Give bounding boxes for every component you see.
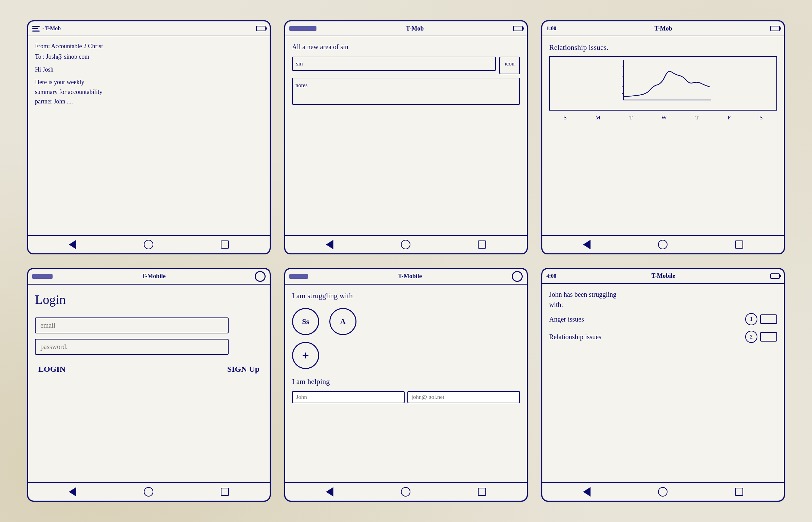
carrier-text: T-Mob bbox=[406, 25, 424, 32]
xaxis-w: W bbox=[661, 113, 667, 122]
login-title: Login bbox=[35, 290, 263, 309]
back-button[interactable] bbox=[583, 487, 591, 497]
back-button[interactable] bbox=[326, 487, 333, 497]
scribble-decoration bbox=[289, 26, 316, 31]
recents-button[interactable] bbox=[735, 240, 743, 249]
relationship-badge-rect bbox=[760, 332, 777, 342]
back-button[interactable] bbox=[69, 487, 76, 497]
chart-svg bbox=[550, 57, 776, 110]
relationship-issue-badge: 2 bbox=[745, 331, 777, 343]
recents-button[interactable] bbox=[221, 488, 229, 496]
relationship-badge-circle: 2 bbox=[745, 331, 757, 343]
email-phone-screen: · T-Mob From: Accountable 2 Christ To : … bbox=[27, 20, 271, 254]
john-header: 4:00 T-Mobile bbox=[542, 269, 784, 284]
struggling-header: T-Mobile bbox=[285, 269, 527, 285]
john-title: John has been struggling with: bbox=[549, 289, 777, 310]
status-text: 1:00 bbox=[546, 25, 556, 32]
struggling-phone-screen: T-Mobile I am struggling with Ss A + I a… bbox=[284, 268, 528, 502]
profile-icon bbox=[512, 271, 523, 282]
carrier-text: T-Mobile bbox=[142, 273, 166, 280]
email-input[interactable] bbox=[35, 317, 229, 333]
profile-icon bbox=[255, 271, 266, 282]
john-footer bbox=[542, 482, 784, 501]
new-area-phone-screen: T-Mob All a new area of sin sin icon not… bbox=[284, 20, 528, 254]
helping-inputs-row bbox=[292, 391, 520, 403]
add-option-button[interactable]: + bbox=[292, 342, 319, 369]
new-area-header: T-Mob bbox=[285, 21, 527, 36]
login-phone-screen: T-Mobile Login LOGIN SIGN Up bbox=[27, 268, 271, 502]
anger-issue-label: Anger issues bbox=[549, 314, 584, 324]
email-from: From: Accountable 2 Christ bbox=[35, 42, 263, 51]
option-a[interactable]: A bbox=[329, 308, 356, 335]
home-button[interactable] bbox=[144, 487, 153, 497]
home-button[interactable] bbox=[658, 240, 668, 249]
home-button[interactable] bbox=[144, 240, 153, 249]
xaxis-f: F bbox=[728, 113, 731, 122]
chart-xaxis: S M T W T F S bbox=[549, 113, 777, 122]
carrier-text: T-Mobile bbox=[651, 272, 675, 279]
battery-icon bbox=[256, 26, 266, 31]
recents-button[interactable] bbox=[221, 240, 229, 249]
email-content: From: Accountable 2 Christ To : Josh@ si… bbox=[28, 36, 270, 235]
login-buttons-row: LOGIN SIGN Up bbox=[35, 363, 263, 375]
sin-input[interactable]: sin bbox=[292, 57, 496, 71]
xaxis-t2: T bbox=[695, 113, 699, 122]
carrier-text: T-Mobile bbox=[398, 273, 422, 280]
anger-badge-rect bbox=[760, 314, 777, 324]
xaxis-m: M bbox=[595, 113, 600, 122]
battery-icon bbox=[770, 26, 780, 31]
xaxis-s1: S bbox=[563, 113, 566, 122]
recents-button[interactable] bbox=[478, 240, 486, 249]
relationship-issue-row: Relationship issues 2 bbox=[549, 331, 777, 343]
relationship-issue-label: Relationship issues bbox=[549, 332, 601, 342]
email-to: To : Josh@ sinop.com bbox=[35, 52, 263, 61]
login-button[interactable]: LOGIN bbox=[38, 363, 65, 375]
email-footer bbox=[28, 235, 270, 253]
battery-icon bbox=[513, 26, 523, 31]
scribble-decoration bbox=[32, 274, 53, 279]
struggling-footer bbox=[285, 482, 527, 501]
recents-button[interactable] bbox=[478, 488, 486, 496]
home-button[interactable] bbox=[658, 487, 668, 497]
email-header: · T-Mob bbox=[28, 21, 270, 36]
john-content: John has been struggling with: Anger iss… bbox=[542, 284, 784, 483]
helping-name-input[interactable] bbox=[292, 391, 405, 403]
scribble-decoration bbox=[289, 274, 308, 279]
anger-issue-badge: 1 bbox=[745, 313, 777, 325]
recents-button[interactable] bbox=[735, 488, 743, 496]
option-ss[interactable]: Ss bbox=[292, 308, 319, 335]
home-button[interactable] bbox=[401, 240, 410, 249]
back-button[interactable] bbox=[69, 240, 76, 249]
email-body: Hi Josh Here is your weekly summary for … bbox=[35, 65, 263, 107]
sin-screen-title: All a new area of sin bbox=[292, 42, 520, 52]
chart-container bbox=[549, 56, 777, 111]
chart-header: 1:00 T-Mob bbox=[542, 21, 784, 36]
login-content: Login LOGIN SIGN Up bbox=[28, 285, 270, 483]
password-input[interactable] bbox=[35, 339, 229, 355]
xaxis-t1: T bbox=[629, 113, 633, 122]
status-text: 4:00 bbox=[546, 273, 556, 279]
email-message: Here is your weekly summary for accounta… bbox=[35, 77, 263, 107]
chart-footer bbox=[542, 235, 784, 253]
helping-email-input[interactable] bbox=[407, 391, 520, 403]
carrier-text: T-Mob bbox=[654, 25, 672, 32]
home-button[interactable] bbox=[401, 487, 410, 497]
struggling-title: I am struggling with bbox=[292, 290, 520, 301]
back-button[interactable] bbox=[326, 240, 333, 249]
menu-icon bbox=[32, 26, 40, 32]
notes-area[interactable]: notes bbox=[292, 78, 520, 105]
helping-title: I am helping bbox=[292, 376, 520, 387]
menu-line-1 bbox=[32, 26, 40, 27]
back-button[interactable] bbox=[583, 240, 591, 249]
circle-options-row: Ss A bbox=[292, 308, 520, 335]
anger-issue-row: Anger issues 1 bbox=[549, 313, 777, 325]
new-area-footer bbox=[285, 235, 527, 253]
new-area-content: All a new area of sin sin icon notes bbox=[285, 36, 527, 235]
signup-button[interactable]: SIGN Up bbox=[227, 363, 259, 375]
struggling-content: I am struggling with Ss A + I am helping bbox=[285, 285, 527, 483]
sin-icon-btn[interactable]: icon bbox=[499, 57, 520, 74]
anger-badge-circle: 1 bbox=[745, 313, 757, 325]
chart-content: Relationship issues. S M T bbox=[542, 36, 784, 235]
login-footer bbox=[28, 482, 270, 501]
header-left: · T-Mob bbox=[32, 25, 61, 32]
